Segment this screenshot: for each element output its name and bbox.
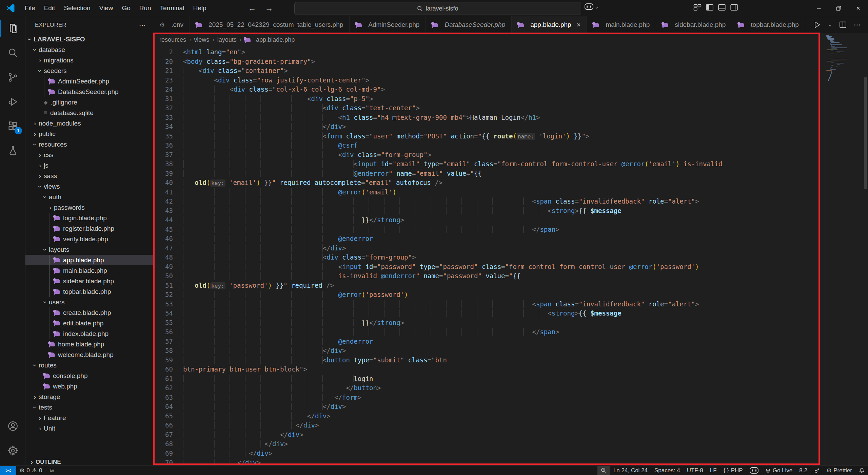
activity-source-control[interactable] — [0, 65, 25, 90]
tab-topbar.blade.php[interactable]: topbar.blade.php — [732, 16, 805, 33]
prettier-status[interactable]: ⊘ Prettier — [823, 466, 855, 475]
code-line-57[interactable]: 57 @enderror — [153, 337, 825, 346]
activity-search[interactable] — [0, 41, 25, 65]
code-line-31[interactable]: 31 <div class="p-5"> — [153, 94, 825, 104]
tree-item-users[interactable]: ›users — [25, 297, 153, 307]
language-mode[interactable]: { } PHP — [720, 466, 746, 475]
activity-explorer[interactable] — [0, 16, 25, 41]
customize-layout-icon[interactable] — [693, 3, 702, 12]
code-line-49[interactable]: 49 <input id="password" type="password" … — [153, 262, 825, 272]
tab-main.blade.php[interactable]: main.blade.php — [587, 16, 656, 33]
intelephense-key[interactable] — [811, 466, 823, 475]
code-line-23[interactable]: 23 <div class="row justify-content-cente… — [153, 76, 825, 85]
editor-more-actions-icon[interactable]: ⋯ — [854, 21, 861, 29]
code-line-32[interactable]: 32 <div class="text-center"> — [153, 103, 825, 113]
code-line-47[interactable]: 47 </div> — [153, 244, 825, 253]
encoding[interactable]: UTF-8 — [684, 466, 707, 475]
code-line-24[interactable]: 24 <div class="col-xl-6 col-lg-6 col-md-… — [153, 85, 825, 94]
zoom-indicator[interactable] — [597, 466, 610, 475]
code-line-48[interactable]: 48 <div class="form-group"> — [153, 253, 825, 262]
tree-item-tests[interactable]: ›tests — [25, 402, 153, 413]
tree-item-verify.blade.php[interactable]: verify.blade.php — [25, 234, 153, 244]
code-line-59[interactable]: 59 <button type="submit" class="btn — [153, 356, 825, 365]
tab-.env[interactable]: ⚙.env — [153, 16, 190, 33]
close-window-button[interactable]: × — [848, 0, 868, 16]
tree-item-node_modules[interactable]: ›node_modules — [25, 118, 153, 129]
activity-extensions[interactable]: 1 — [0, 114, 25, 138]
code-line-21[interactable]: 21 <div class="container"> — [153, 66, 825, 76]
code-line-33[interactable]: 33 <h1 class="h4 □text-gray-900 mb4">Hal… — [153, 113, 825, 122]
breadcrumb[interactable]: resources›views›layouts›app.blade.php — [153, 33, 825, 46]
tree-item-welcome.blade.php[interactable]: welcome.blade.php — [25, 349, 153, 360]
tree-item-Unit[interactable]: ›Unit — [25, 423, 153, 434]
code-line-67[interactable]: 67 </div> — [153, 430, 825, 440]
tab-2025_05_22_042329_costum_table_users.php[interactable]: 2025_05_22_042329_costum_table_users.php — [190, 16, 350, 33]
tree-item-web.php[interactable]: web.php — [25, 381, 153, 392]
tree-item-seeders[interactable]: ›seeders — [25, 65, 153, 76]
outline-section[interactable]: › OUTLINE — [25, 456, 153, 466]
remote-indicator[interactable]: >< — [0, 466, 16, 475]
php-version[interactable]: 8.2 — [796, 466, 811, 475]
split-editor-icon[interactable] — [839, 21, 847, 29]
tree-item-database.sqlite[interactable]: ≡database.sqlite — [25, 108, 153, 118]
copilot-status[interactable] — [746, 466, 762, 475]
copilot-menu[interactable]: ⌄ — [585, 3, 599, 10]
tree-item-topbar.blade.php[interactable]: topbar.blade.php — [25, 286, 153, 297]
notifications-bell[interactable] — [855, 466, 868, 475]
code-line-62[interactable]: 62 </button> — [153, 383, 825, 393]
tab-sidebar.blade.php[interactable]: sidebar.blade.php — [656, 16, 732, 33]
toggle-panel-icon[interactable] — [717, 3, 726, 12]
menu-view[interactable]: View — [95, 2, 118, 14]
tree-item-app.blade.php[interactable]: app.blade.php — [25, 255, 153, 265]
toggle-primary-sidebar-icon[interactable] — [705, 3, 714, 12]
run-file-icon[interactable] — [813, 21, 821, 29]
tree-item-edit.blade.php[interactable]: edit.blade.php — [25, 318, 153, 328]
code-line-40[interactable]: 40 old(key: 'email') }}" required autoco… — [153, 178, 825, 188]
tree-item-Feature[interactable]: ›Feature — [25, 413, 153, 423]
menu-file[interactable]: File — [20, 2, 40, 14]
nav-back-icon[interactable]: ← — [248, 3, 256, 13]
tree-item-console.php[interactable]: console.php — [25, 370, 153, 381]
run-dropdown-chevron-icon[interactable]: ⌄ — [828, 22, 832, 27]
menu-run[interactable]: Run — [135, 2, 156, 14]
menu-go[interactable]: Go — [117, 2, 135, 14]
code-line-60[interactable]: 60btn-primary btn-user btn-block"> — [153, 365, 825, 374]
menu-help[interactable]: Help — [189, 2, 211, 14]
tree-item-database[interactable]: ›database — [25, 44, 153, 55]
code-line-56[interactable]: 56 </span> — [153, 327, 825, 337]
code-line-69[interactable]: 69 </div> — [153, 449, 825, 458]
code-line-43[interactable]: 43 <strong>{{ $message — [153, 206, 825, 216]
feedback-smiley[interactable]: ☺ — [45, 466, 58, 475]
breadcrumb-views[interactable]: views — [194, 36, 209, 43]
code-editor[interactable]: resources›views›layouts›app.blade.php 2<… — [153, 33, 825, 466]
menu-terminal[interactable]: Terminal — [156, 2, 189, 14]
activity-testing[interactable] — [0, 138, 25, 163]
code-line-65[interactable]: 65 </div> — [153, 412, 825, 421]
tree-item-js[interactable]: ›js — [25, 160, 153, 171]
code-line-2[interactable]: 2<html lang="en"> — [153, 48, 825, 57]
breadcrumb-file[interactable]: app.blade.php — [244, 36, 295, 43]
editor-scrollbar[interactable] — [863, 33, 868, 466]
code-line-45[interactable]: 45 </span> — [153, 225, 825, 234]
tree-item-layouts[interactable]: ›layouts — [25, 244, 153, 255]
code-line-61[interactable]: 61 login — [153, 374, 825, 384]
restore-button[interactable] — [829, 0, 848, 16]
code-line-53[interactable]: 53 <span class="invalidfeedback" role="a… — [153, 300, 825, 309]
tab-AdminSeeder.php[interactable]: AdminSeeder.php — [350, 16, 426, 33]
code-line-52[interactable]: 52 @error('password') — [153, 290, 825, 300]
code-line-42[interactable]: 42 <span class="invalidfeedback" role="a… — [153, 197, 825, 206]
tree-item-LARAVEL-SISFO[interactable]: ›LARAVEL-SISFO — [25, 34, 153, 44]
cursor-position[interactable]: Ln 24, Col 24 — [610, 466, 651, 475]
code-line-44[interactable]: 44 }}</strong> — [153, 215, 825, 225]
tree-item-public[interactable]: ›public — [25, 129, 153, 139]
menu-edit[interactable]: Edit — [40, 2, 60, 14]
settings-button[interactable] — [0, 438, 25, 463]
code-line-46[interactable]: 46 @enderror — [153, 234, 825, 244]
eol-indicator[interactable]: LF — [707, 466, 720, 475]
breadcrumb-resources[interactable]: resources — [159, 36, 186, 43]
go-live-button[interactable]: Go Live — [762, 466, 796, 475]
code-line-35[interactable]: 35 <form class="user" method="POST" acti… — [153, 132, 825, 141]
code-line-50[interactable]: 50 is-invalid @enderror" name="password"… — [153, 271, 825, 281]
code-line-63[interactable]: 63 </form> — [153, 393, 825, 402]
command-center-search[interactable]: laravel-sisfo — [294, 2, 581, 15]
